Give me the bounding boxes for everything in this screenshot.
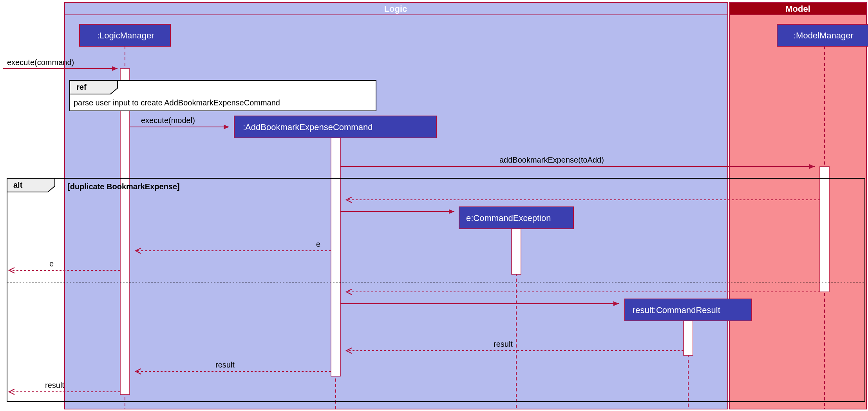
msg-result-3: result (45, 381, 64, 389)
participant-modelmanager-label: :ModelManager (794, 31, 854, 40)
msg-execute-command: execute(command) (7, 58, 74, 67)
logic-header-label: Logic (384, 4, 407, 14)
participant-commandresult-label: result:CommandResult (633, 305, 720, 315)
participant-logicmanager-label: :LogicManager (97, 31, 154, 40)
msg-result-2: result (215, 360, 235, 369)
participant-addcommand-label: :AddBookmarkExpenseCommand (243, 122, 373, 132)
msg-e-2: e (49, 259, 54, 268)
activation-modelmanager (820, 167, 829, 292)
sequence-diagram: Logic Model :LogicManager :ModelManager … (0, 0, 868, 411)
activation-addcommand (331, 138, 340, 376)
alt-tag-label: alt (13, 181, 23, 189)
activation-commandresult (684, 321, 693, 355)
msg-execute-model: execute(model) (141, 116, 195, 125)
logic-group-box (65, 2, 728, 409)
msg-result-1: result (494, 340, 513, 348)
msg-addbookmark: addBookmarkExpense(toAdd) (499, 156, 604, 164)
activation-commandexception (512, 229, 521, 274)
activation-logicmanager (120, 69, 130, 395)
participant-commandexception-label: e:CommandException (466, 213, 551, 223)
ref-tag-label: ref (76, 83, 87, 91)
msg-e-1: e (316, 240, 320, 248)
model-group-box (729, 2, 866, 409)
alt-guard: [duplicate BookmarkExpense] (67, 182, 180, 191)
ref-text: parse user input to create AddBookmarkEx… (74, 98, 280, 107)
model-header-label: Model (785, 4, 810, 14)
